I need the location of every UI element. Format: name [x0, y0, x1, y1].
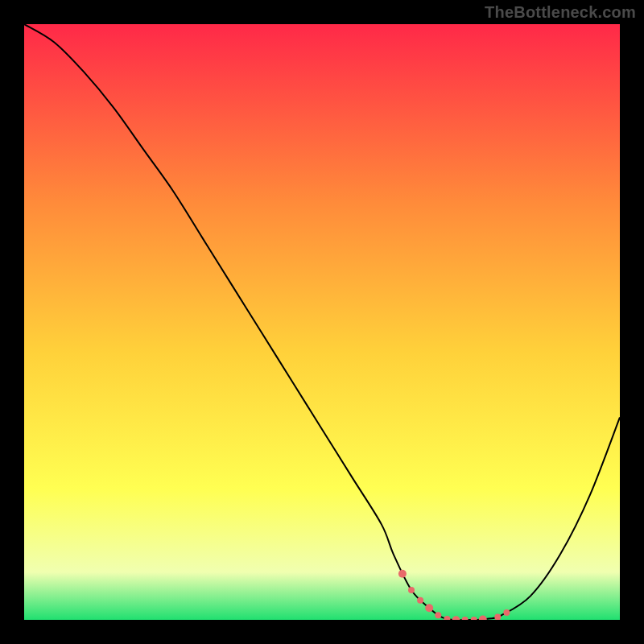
trough-marker [435, 612, 441, 618]
trough-marker [425, 604, 433, 612]
watermark-text: TheBottleneck.com [485, 3, 636, 22]
trough-marker [503, 609, 510, 616]
trough-marker [398, 570, 407, 578]
trough-marker [417, 597, 423, 604]
trough-marker [408, 587, 415, 593]
bottleneck-chart [24, 24, 620, 620]
chart-frame: TheBottleneck.com [0, 0, 644, 644]
gradient-background [24, 24, 620, 620]
